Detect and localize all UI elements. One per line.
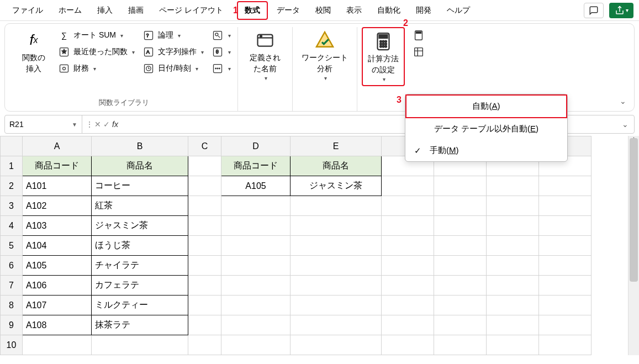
more-functions-button[interactable]: [209, 61, 233, 76]
tab-data[interactable]: データ: [270, 2, 307, 19]
row-header[interactable]: 9: [1, 315, 23, 335]
cell[interactable]: [221, 196, 291, 216]
cell[interactable]: ジャスミン茶: [92, 216, 188, 236]
cell[interactable]: [382, 296, 434, 315]
cell[interactable]: [291, 216, 382, 236]
cell[interactable]: [487, 276, 539, 296]
cell[interactable]: [221, 335, 291, 355]
cell[interactable]: [382, 196, 434, 216]
cell[interactable]: [382, 176, 434, 196]
cell[interactable]: [487, 296, 539, 315]
cell[interactable]: [539, 216, 592, 236]
cell[interactable]: [188, 216, 221, 236]
cell[interactable]: [188, 236, 221, 256]
formula-bar-expand[interactable]: ⌄: [616, 120, 634, 129]
cell[interactable]: [487, 236, 539, 256]
comments-button[interactable]: [584, 3, 604, 18]
enter-formula-button[interactable]: ✓: [103, 120, 110, 129]
row-header[interactable]: 5: [1, 236, 23, 256]
cell[interactable]: [539, 335, 592, 355]
cell[interactable]: [487, 335, 539, 355]
financial-button[interactable]: 財務: [56, 61, 137, 76]
scroll-thumb[interactable]: [630, 138, 638, 282]
cell[interactable]: [92, 335, 188, 355]
cell[interactable]: [539, 256, 592, 276]
cell[interactable]: [539, 176, 592, 196]
cell[interactable]: 商品名: [92, 156, 188, 176]
cell[interactable]: A104: [23, 236, 92, 256]
worksheet-analysis-button[interactable]: ワークシート 分析: [297, 27, 352, 84]
text-button[interactable]: A 文字列操作: [140, 45, 206, 59]
tab-help[interactable]: ヘルプ: [440, 2, 477, 19]
column-header[interactable]: C: [188, 136, 221, 156]
cell[interactable]: A107: [23, 296, 92, 315]
cell[interactable]: ジャスミン茶: [291, 176, 382, 196]
cell[interactable]: [382, 256, 434, 276]
column-header[interactable]: B: [92, 136, 188, 156]
cell[interactable]: 商品コード: [23, 156, 92, 176]
calc-now-button[interactable]: [410, 28, 427, 43]
cell[interactable]: A103: [23, 216, 92, 236]
cell[interactable]: [188, 315, 221, 335]
lookup-button[interactable]: [209, 28, 233, 43]
tab-review[interactable]: 校閲: [309, 2, 337, 19]
ribbon-collapse-button[interactable]: ⌄: [620, 97, 626, 105]
cell[interactable]: [221, 256, 291, 276]
cell[interactable]: 商品コード: [221, 156, 291, 176]
cell[interactable]: A105: [221, 176, 291, 196]
cell[interactable]: [434, 216, 487, 236]
insert-function-button[interactable]: fx 関数の 挿入: [15, 27, 52, 76]
cell[interactable]: ほうじ茶: [92, 236, 188, 256]
row-header[interactable]: 3: [1, 196, 23, 216]
cell[interactable]: [221, 276, 291, 296]
cell[interactable]: チャイラテ: [92, 256, 188, 276]
cell[interactable]: [487, 256, 539, 276]
cell[interactable]: A102: [23, 196, 92, 216]
cell[interactable]: [434, 276, 487, 296]
cell[interactable]: コーヒー: [92, 176, 188, 196]
spreadsheet-grid[interactable]: ABCDEFGHI1商品コード商品名商品コード商品名2A101コーヒーA105ジ…: [0, 136, 592, 355]
cell[interactable]: [434, 196, 487, 216]
cell[interactable]: [434, 256, 487, 276]
cell[interactable]: [487, 176, 539, 196]
cell[interactable]: [221, 236, 291, 256]
cell[interactable]: [291, 196, 382, 216]
vertical-scrollbar[interactable]: ▴: [628, 136, 639, 355]
cell[interactable]: [188, 196, 221, 216]
cell[interactable]: A105: [23, 256, 92, 276]
cell[interactable]: [382, 315, 434, 335]
row-header[interactable]: 2: [1, 176, 23, 196]
cell[interactable]: [382, 335, 434, 355]
select-all-corner[interactable]: [1, 136, 23, 156]
defined-names-button[interactable]: 定義され た名前: [242, 27, 288, 84]
cell[interactable]: [221, 216, 291, 236]
cell[interactable]: [539, 196, 592, 216]
cell[interactable]: [539, 296, 592, 315]
calc-sheet-button[interactable]: [410, 45, 427, 59]
math-button[interactable]: θ: [209, 45, 233, 59]
cell[interactable]: [188, 276, 221, 296]
cell[interactable]: [188, 176, 221, 196]
row-header[interactable]: 10: [1, 335, 23, 355]
tab-home[interactable]: ホーム: [52, 2, 88, 19]
cell[interactable]: [539, 276, 592, 296]
calc-option-auto[interactable]: 自動(A): [405, 94, 567, 118]
datetime-button[interactable]: 日付/時刻: [140, 61, 206, 76]
tab-insert[interactable]: 挿入: [91, 2, 119, 19]
cell[interactable]: ミルクティー: [92, 296, 188, 315]
column-header[interactable]: E: [291, 136, 382, 156]
calc-option-auto-except-tables[interactable]: データ テーブル以外自動(E): [405, 118, 567, 140]
autosum-button[interactable]: ∑ オート SUM: [56, 28, 137, 43]
cancel-formula-button[interactable]: ✕: [94, 120, 101, 129]
cell[interactable]: [23, 335, 92, 355]
cell[interactable]: [291, 256, 382, 276]
cell[interactable]: [291, 276, 382, 296]
cell[interactable]: 商品名: [291, 156, 382, 176]
cell[interactable]: [291, 315, 382, 335]
name-box[interactable]: R21 ▼: [5, 115, 82, 133]
cell[interactable]: [221, 296, 291, 315]
cell[interactable]: [434, 315, 487, 335]
cell[interactable]: [539, 236, 592, 256]
cell[interactable]: [291, 335, 382, 355]
cell[interactable]: [221, 315, 291, 335]
